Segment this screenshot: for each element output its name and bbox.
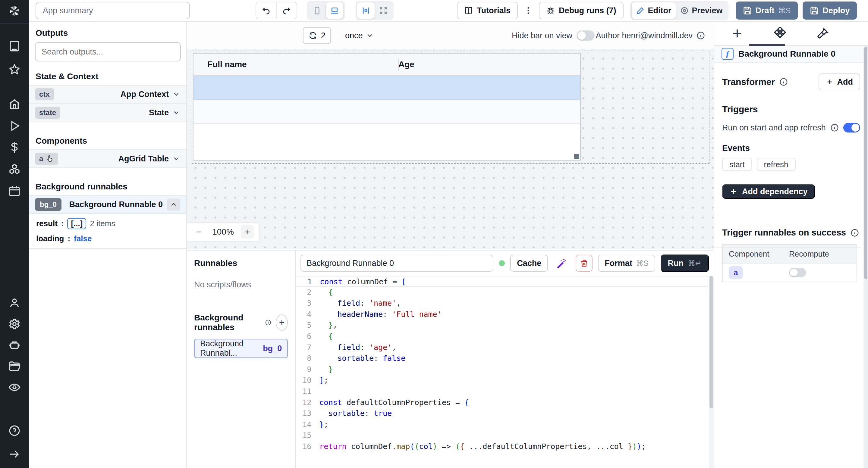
refresh-mode-select[interactable]: once bbox=[345, 27, 374, 44]
component-a-row[interactable]: a AgGrid Table bbox=[29, 149, 186, 168]
workers-robot-icon[interactable] bbox=[0, 335, 29, 355]
chevron-down-icon[interactable] bbox=[173, 155, 180, 163]
editor-tab[interactable]: Editor bbox=[632, 2, 676, 19]
event-chips: start refresh bbox=[722, 158, 860, 171]
tab-settings-diamonds[interactable] bbox=[772, 22, 788, 45]
code-line[interactable]: 7 field: 'age', bbox=[296, 342, 708, 353]
line-number: 11 bbox=[296, 386, 311, 397]
more-options-kebab[interactable] bbox=[518, 0, 539, 21]
aggrid-row[interactable] bbox=[193, 100, 580, 124]
code-line[interactable]: 14}; bbox=[296, 419, 708, 430]
background-runnable-item[interactable]: Background Runnabl... bg_0 bbox=[194, 339, 288, 358]
center-align-button[interactable] bbox=[357, 2, 375, 19]
tab-style-paintbrush[interactable] bbox=[814, 22, 831, 45]
desktop-view-button[interactable] bbox=[326, 2, 343, 19]
zoom-out-button[interactable]: − bbox=[192, 225, 206, 238]
home-icon[interactable] bbox=[0, 95, 29, 114]
runnable-name-input[interactable] bbox=[301, 255, 493, 272]
aggrid-col-age[interactable]: Age bbox=[385, 60, 414, 69]
add-dependency-button[interactable]: Add dependency bbox=[722, 184, 815, 199]
delete-runnable-button[interactable] bbox=[576, 255, 592, 272]
event-chip-refresh[interactable]: refresh bbox=[757, 158, 796, 171]
info-icon[interactable] bbox=[779, 77, 788, 87]
code-line[interactable]: 10]; bbox=[296, 375, 708, 386]
collapse-arrow-icon[interactable] bbox=[0, 444, 29, 464]
format-button[interactable]: Format ⌘S bbox=[598, 255, 655, 272]
chevron-down-icon[interactable] bbox=[173, 109, 180, 116]
code-line[interactable]: 15 bbox=[296, 430, 708, 441]
run-on-start-toggle[interactable] bbox=[843, 123, 860, 133]
resources-cubes-icon[interactable] bbox=[0, 160, 29, 179]
favorites-star-icon[interactable] bbox=[0, 60, 29, 79]
editor-scrollbar[interactable] bbox=[709, 276, 714, 468]
code-line[interactable]: 4 headerName: 'Full name' bbox=[296, 309, 708, 320]
event-chip-start[interactable]: start bbox=[722, 158, 752, 171]
ai-wand-button[interactable] bbox=[553, 255, 570, 272]
state-row[interactable]: state State bbox=[29, 104, 186, 122]
ctx-row[interactable]: ctx App Context bbox=[29, 85, 186, 104]
code-line[interactable]: 6 { bbox=[296, 331, 708, 342]
folders-icon[interactable] bbox=[0, 357, 29, 376]
add-background-runnable-button[interactable]: + bbox=[276, 314, 288, 331]
redo-button[interactable] bbox=[276, 2, 297, 19]
code-content[interactable]: 1const columnDef = [2 {3 field: 'name',4… bbox=[296, 276, 708, 468]
info-icon[interactable] bbox=[265, 318, 272, 327]
cache-button[interactable]: Cache bbox=[510, 255, 548, 272]
code-line[interactable]: 2 { bbox=[296, 287, 708, 298]
code-line[interactable]: 9 } bbox=[296, 364, 708, 375]
canvas-grid[interactable]: Full name Age − 100% + bbox=[187, 49, 714, 249]
aggrid-column-separator[interactable] bbox=[398, 59, 399, 71]
trigger-success-row: Trigger runnables on success bbox=[722, 228, 860, 238]
tutorials-button[interactable]: Tutorials bbox=[457, 2, 518, 19]
user-icon[interactable] bbox=[0, 293, 29, 312]
audit-eye-icon[interactable] bbox=[0, 378, 29, 397]
draft-button[interactable]: Draft ⌘S bbox=[736, 1, 798, 20]
hide-bar-toggle[interactable] bbox=[577, 30, 595, 41]
collapse-chevron-up-button[interactable] bbox=[167, 198, 180, 210]
code-line[interactable]: 11 bbox=[296, 386, 708, 397]
chevron-down-icon[interactable] bbox=[173, 90, 180, 98]
fullscreen-button[interactable] bbox=[375, 2, 392, 19]
aggrid-col-full-name[interactable]: Full name bbox=[193, 60, 385, 69]
aggrid-table-component[interactable]: Full name Age bbox=[193, 53, 581, 161]
run-button[interactable]: Run ⌘↵ bbox=[661, 255, 709, 272]
mobile-view-button[interactable] bbox=[308, 2, 326, 19]
right-panel-scrollbar[interactable] bbox=[864, 46, 868, 468]
info-icon[interactable] bbox=[696, 31, 705, 40]
result-expand-chip[interactable]: [...] bbox=[67, 218, 86, 229]
code-line[interactable]: 1const columnDef = [ bbox=[296, 276, 708, 287]
app-summary-input[interactable] bbox=[36, 2, 190, 19]
variables-dollar-icon[interactable] bbox=[0, 138, 29, 157]
code-line[interactable]: 8 sortable: false bbox=[296, 353, 708, 364]
section-divider bbox=[707, 247, 861, 247]
settings-gear-icon[interactable] bbox=[0, 314, 29, 334]
runnables-title: Runnables bbox=[194, 258, 288, 268]
bg0-row[interactable]: bg_0 Background Runnable 0 bbox=[29, 195, 186, 214]
workspace-icon[interactable] bbox=[0, 36, 29, 56]
code-line[interactable]: 13 sortable: true bbox=[296, 408, 708, 419]
aggrid-row-selected[interactable] bbox=[193, 76, 580, 100]
deploy-button[interactable]: Deploy bbox=[803, 1, 857, 20]
windmill-logo[interactable] bbox=[0, 0, 29, 22]
preview-tab[interactable]: Preview bbox=[676, 2, 727, 19]
tab-insert-plus[interactable] bbox=[729, 22, 746, 45]
runs-play-icon[interactable] bbox=[0, 116, 29, 136]
schedules-calendar-icon[interactable] bbox=[0, 181, 29, 201]
debug-runs-button[interactable]: Debug runs (7) bbox=[539, 2, 624, 19]
resize-handle[interactable] bbox=[574, 154, 579, 159]
info-icon[interactable] bbox=[850, 228, 859, 237]
layout-toggle-group bbox=[355, 1, 394, 20]
help-icon[interactable] bbox=[0, 421, 29, 440]
add-transformer-button[interactable]: Add bbox=[818, 73, 860, 90]
code-line[interactable]: 12const defaultColumnProperties = { bbox=[296, 397, 708, 408]
component-a-chip[interactable]: a bbox=[729, 266, 743, 279]
recompute-toggle[interactable] bbox=[789, 268, 806, 277]
code-line[interactable]: 5 }, bbox=[296, 320, 708, 331]
code-line[interactable]: 3 field: 'name', bbox=[296, 298, 708, 309]
info-icon[interactable] bbox=[830, 123, 839, 132]
code-line[interactable]: 16return columnDef.map((col) => ({ ...de… bbox=[296, 441, 708, 452]
undo-button[interactable] bbox=[256, 2, 276, 19]
refresh-count-button[interactable]: 2 bbox=[303, 27, 331, 44]
zoom-in-button[interactable]: + bbox=[241, 225, 254, 238]
search-outputs-input[interactable] bbox=[35, 42, 181, 61]
